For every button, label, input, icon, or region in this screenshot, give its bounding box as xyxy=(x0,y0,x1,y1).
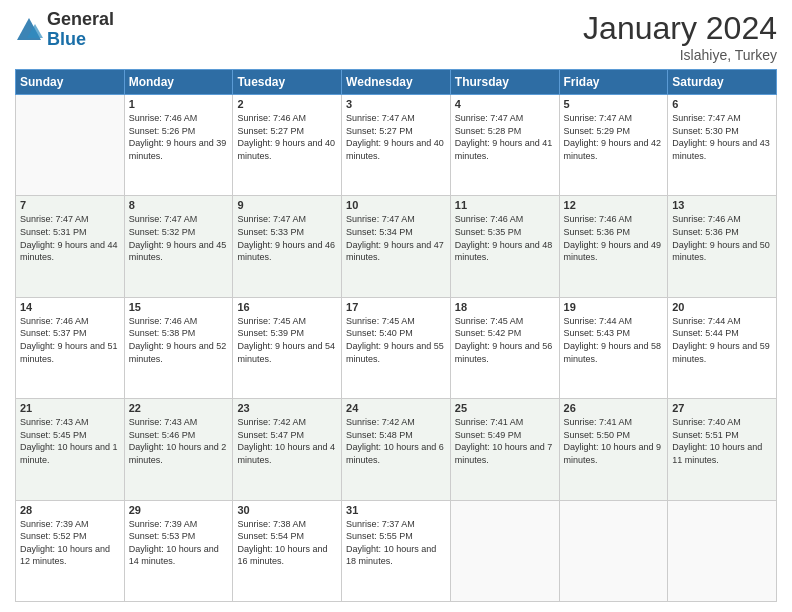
day-number: 26 xyxy=(564,402,664,414)
day-info: Sunrise: 7:46 AMSunset: 5:36 PMDaylight:… xyxy=(564,213,664,263)
day-info: Sunrise: 7:46 AMSunset: 5:27 PMDaylight:… xyxy=(237,112,337,162)
day-info: Sunrise: 7:46 AMSunset: 5:36 PMDaylight:… xyxy=(672,213,772,263)
calendar-cell: 1Sunrise: 7:46 AMSunset: 5:26 PMDaylight… xyxy=(124,95,233,196)
day-info: Sunrise: 7:42 AMSunset: 5:47 PMDaylight:… xyxy=(237,416,337,466)
day-number: 30 xyxy=(237,504,337,516)
day-number: 22 xyxy=(129,402,229,414)
logo-blue-text: Blue xyxy=(47,29,86,49)
day-number: 23 xyxy=(237,402,337,414)
calendar-cell: 30Sunrise: 7:38 AMSunset: 5:54 PMDayligh… xyxy=(233,500,342,601)
calendar-cell: 29Sunrise: 7:39 AMSunset: 5:53 PMDayligh… xyxy=(124,500,233,601)
weekday-header-monday: Monday xyxy=(124,70,233,95)
calendar-cell: 19Sunrise: 7:44 AMSunset: 5:43 PMDayligh… xyxy=(559,297,668,398)
calendar-week-row: 1Sunrise: 7:46 AMSunset: 5:26 PMDaylight… xyxy=(16,95,777,196)
day-number: 2 xyxy=(237,98,337,110)
day-number: 20 xyxy=(672,301,772,313)
day-number: 6 xyxy=(672,98,772,110)
day-info: Sunrise: 7:47 AMSunset: 5:30 PMDaylight:… xyxy=(672,112,772,162)
calendar-week-row: 7Sunrise: 7:47 AMSunset: 5:31 PMDaylight… xyxy=(16,196,777,297)
calendar-cell xyxy=(450,500,559,601)
day-number: 27 xyxy=(672,402,772,414)
calendar-cell: 14Sunrise: 7:46 AMSunset: 5:37 PMDayligh… xyxy=(16,297,125,398)
day-info: Sunrise: 7:46 AMSunset: 5:35 PMDaylight:… xyxy=(455,213,555,263)
day-number: 1 xyxy=(129,98,229,110)
title-block: January 2024 Islahiye, Turkey xyxy=(583,10,777,63)
calendar-cell: 20Sunrise: 7:44 AMSunset: 5:44 PMDayligh… xyxy=(668,297,777,398)
day-info: Sunrise: 7:43 AMSunset: 5:46 PMDaylight:… xyxy=(129,416,229,466)
weekday-header-friday: Friday xyxy=(559,70,668,95)
day-number: 11 xyxy=(455,199,555,211)
calendar-cell: 27Sunrise: 7:40 AMSunset: 5:51 PMDayligh… xyxy=(668,399,777,500)
calendar-cell: 18Sunrise: 7:45 AMSunset: 5:42 PMDayligh… xyxy=(450,297,559,398)
day-info: Sunrise: 7:44 AMSunset: 5:43 PMDaylight:… xyxy=(564,315,664,365)
day-number: 14 xyxy=(20,301,120,313)
day-info: Sunrise: 7:46 AMSunset: 5:38 PMDaylight:… xyxy=(129,315,229,365)
logo-text: General Blue xyxy=(47,10,114,50)
calendar-cell: 9Sunrise: 7:47 AMSunset: 5:33 PMDaylight… xyxy=(233,196,342,297)
calendar-cell: 23Sunrise: 7:42 AMSunset: 5:47 PMDayligh… xyxy=(233,399,342,500)
day-info: Sunrise: 7:47 AMSunset: 5:33 PMDaylight:… xyxy=(237,213,337,263)
day-number: 17 xyxy=(346,301,446,313)
calendar-cell: 22Sunrise: 7:43 AMSunset: 5:46 PMDayligh… xyxy=(124,399,233,500)
day-number: 5 xyxy=(564,98,664,110)
calendar-cell: 16Sunrise: 7:45 AMSunset: 5:39 PMDayligh… xyxy=(233,297,342,398)
day-info: Sunrise: 7:37 AMSunset: 5:55 PMDaylight:… xyxy=(346,518,446,568)
day-number: 15 xyxy=(129,301,229,313)
day-number: 10 xyxy=(346,199,446,211)
calendar-cell: 5Sunrise: 7:47 AMSunset: 5:29 PMDaylight… xyxy=(559,95,668,196)
day-info: Sunrise: 7:47 AMSunset: 5:29 PMDaylight:… xyxy=(564,112,664,162)
weekday-header-wednesday: Wednesday xyxy=(342,70,451,95)
calendar-cell: 25Sunrise: 7:41 AMSunset: 5:49 PMDayligh… xyxy=(450,399,559,500)
day-number: 25 xyxy=(455,402,555,414)
calendar-cell: 12Sunrise: 7:46 AMSunset: 5:36 PMDayligh… xyxy=(559,196,668,297)
calendar-cell: 31Sunrise: 7:37 AMSunset: 5:55 PMDayligh… xyxy=(342,500,451,601)
day-number: 29 xyxy=(129,504,229,516)
calendar-week-row: 21Sunrise: 7:43 AMSunset: 5:45 PMDayligh… xyxy=(16,399,777,500)
day-info: Sunrise: 7:43 AMSunset: 5:45 PMDaylight:… xyxy=(20,416,120,466)
day-number: 7 xyxy=(20,199,120,211)
day-info: Sunrise: 7:38 AMSunset: 5:54 PMDaylight:… xyxy=(237,518,337,568)
day-info: Sunrise: 7:47 AMSunset: 5:27 PMDaylight:… xyxy=(346,112,446,162)
calendar-cell: 21Sunrise: 7:43 AMSunset: 5:45 PMDayligh… xyxy=(16,399,125,500)
calendar-cell: 28Sunrise: 7:39 AMSunset: 5:52 PMDayligh… xyxy=(16,500,125,601)
day-number: 28 xyxy=(20,504,120,516)
weekday-header-tuesday: Tuesday xyxy=(233,70,342,95)
month-title: January 2024 xyxy=(583,10,777,47)
calendar-cell: 26Sunrise: 7:41 AMSunset: 5:50 PMDayligh… xyxy=(559,399,668,500)
calendar-cell: 8Sunrise: 7:47 AMSunset: 5:32 PMDaylight… xyxy=(124,196,233,297)
logo-icon xyxy=(15,16,43,44)
calendar-cell: 2Sunrise: 7:46 AMSunset: 5:27 PMDaylight… xyxy=(233,95,342,196)
day-info: Sunrise: 7:40 AMSunset: 5:51 PMDaylight:… xyxy=(672,416,772,466)
day-number: 12 xyxy=(564,199,664,211)
day-number: 8 xyxy=(129,199,229,211)
day-number: 9 xyxy=(237,199,337,211)
day-info: Sunrise: 7:41 AMSunset: 5:50 PMDaylight:… xyxy=(564,416,664,466)
day-info: Sunrise: 7:46 AMSunset: 5:37 PMDaylight:… xyxy=(20,315,120,365)
day-number: 18 xyxy=(455,301,555,313)
day-number: 19 xyxy=(564,301,664,313)
day-number: 13 xyxy=(672,199,772,211)
day-info: Sunrise: 7:39 AMSunset: 5:53 PMDaylight:… xyxy=(129,518,229,568)
logo: General Blue xyxy=(15,10,114,50)
day-info: Sunrise: 7:45 AMSunset: 5:39 PMDaylight:… xyxy=(237,315,337,365)
day-info: Sunrise: 7:47 AMSunset: 5:34 PMDaylight:… xyxy=(346,213,446,263)
location-subtitle: Islahiye, Turkey xyxy=(583,47,777,63)
day-number: 16 xyxy=(237,301,337,313)
day-number: 4 xyxy=(455,98,555,110)
page: General Blue January 2024 Islahiye, Turk… xyxy=(0,0,792,612)
calendar-cell: 6Sunrise: 7:47 AMSunset: 5:30 PMDaylight… xyxy=(668,95,777,196)
calendar-week-row: 14Sunrise: 7:46 AMSunset: 5:37 PMDayligh… xyxy=(16,297,777,398)
day-number: 31 xyxy=(346,504,446,516)
weekday-header-thursday: Thursday xyxy=(450,70,559,95)
calendar-table: SundayMondayTuesdayWednesdayThursdayFrid… xyxy=(15,69,777,602)
calendar-cell xyxy=(16,95,125,196)
calendar-cell: 3Sunrise: 7:47 AMSunset: 5:27 PMDaylight… xyxy=(342,95,451,196)
calendar-cell: 11Sunrise: 7:46 AMSunset: 5:35 PMDayligh… xyxy=(450,196,559,297)
day-info: Sunrise: 7:42 AMSunset: 5:48 PMDaylight:… xyxy=(346,416,446,466)
day-info: Sunrise: 7:44 AMSunset: 5:44 PMDaylight:… xyxy=(672,315,772,365)
calendar-cell: 15Sunrise: 7:46 AMSunset: 5:38 PMDayligh… xyxy=(124,297,233,398)
calendar-header-row: SundayMondayTuesdayWednesdayThursdayFrid… xyxy=(16,70,777,95)
calendar-cell xyxy=(668,500,777,601)
day-number: 21 xyxy=(20,402,120,414)
day-info: Sunrise: 7:47 AMSunset: 5:28 PMDaylight:… xyxy=(455,112,555,162)
